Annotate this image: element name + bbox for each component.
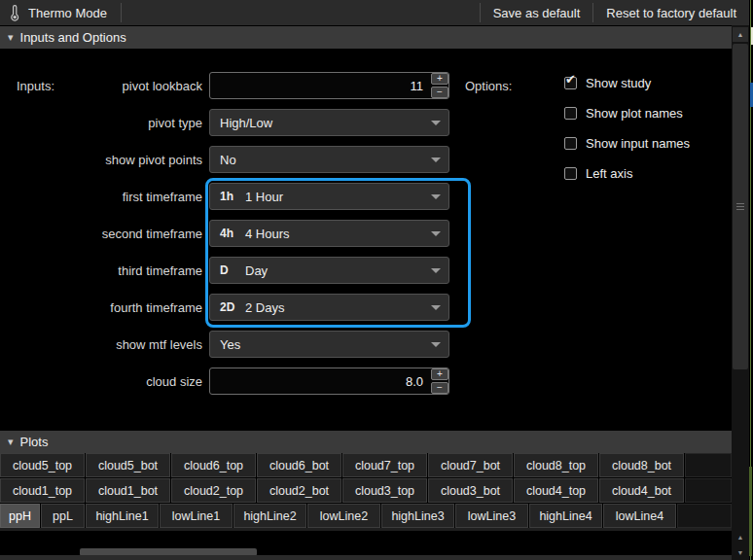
inputs-panel: Inputs: pivot lookback 11 + − pivot type… <box>0 49 732 431</box>
chevron-down-icon <box>431 342 441 347</box>
inputs-and-options-section-header[interactable]: ▾ Inputs and Options <box>0 26 732 49</box>
tab-highLine4[interactable]: highLine4 <box>529 504 602 528</box>
vertical-scrollbar-thumb[interactable] <box>733 44 748 369</box>
decrement-button[interactable]: − <box>431 87 448 98</box>
tab-ppL[interactable]: ppL <box>41 504 85 528</box>
tab-cloud8_bot[interactable]: cloud8_bot <box>599 453 684 477</box>
tab-lowLine2[interactable]: lowLine2 <box>307 504 380 528</box>
form-row: cloud size 8.0 + − <box>0 368 732 395</box>
plot-tab-row: cloud1_top cloud1_bot cloud2_top cloud2_… <box>0 478 732 503</box>
tab-lowLine1[interactable]: lowLine1 <box>160 504 233 528</box>
tab-highLine2[interactable]: highLine2 <box>233 504 306 528</box>
form-row: second timeframe 4h 4 Hours <box>0 220 732 247</box>
first-timeframe-dropdown[interactable]: 1h 1 Hour <box>209 183 449 210</box>
clipped-tab-row <box>0 528 732 531</box>
tab-cloud4_bot[interactable]: cloud4_bot <box>599 478 684 503</box>
section-title: Inputs and Options <box>20 30 126 45</box>
chevron-down-icon <box>431 194 441 199</box>
titlebar-divider <box>121 3 122 22</box>
chevron-down-icon: ▾ <box>8 32 14 43</box>
dropdown-value: No <box>220 153 236 167</box>
tab-cloud3_top[interactable]: cloud3_top <box>342 478 427 503</box>
title-bar: Thermo Mode Save as default Reset to fac… <box>0 0 749 25</box>
dropdown-value: 1 Hour <box>245 190 283 204</box>
scroll-up-button[interactable]: ▲ <box>733 27 748 42</box>
fourth-timeframe-label: fourth timeframe <box>0 300 209 315</box>
scroll-down-button[interactable]: ▼ <box>733 545 748 559</box>
plot-tab-row: cloud5_top cloud5_bot cloud6_top cloud6_… <box>0 453 732 477</box>
dropdown-value: Day <box>245 263 268 278</box>
tab-cloud1_bot[interactable]: cloud1_bot <box>86 478 170 503</box>
section-title: Plots <box>20 435 49 449</box>
tab-lowLine4[interactable]: lowLine4 <box>603 504 676 528</box>
study-settings-dialog: Thermo Mode Save as default Reset to fac… <box>0 0 753 560</box>
second-timeframe-dropdown[interactable]: 4h 4 Hours <box>209 220 449 247</box>
first-timeframe-label: first timeframe <box>0 190 209 204</box>
show-mtf-levels-label: show mtf levels <box>0 337 209 352</box>
save-as-default-button[interactable]: Save as default <box>481 0 593 25</box>
chevron-down-icon <box>431 231 441 236</box>
increment-button[interactable]: + <box>431 368 448 380</box>
increment-button[interactable]: + <box>431 73 448 85</box>
pivot-type-dropdown[interactable]: High/Low <box>209 109 449 136</box>
tab-cloud5_top[interactable]: cloud5_top <box>0 453 85 477</box>
tab-highLine1[interactable]: highLine1 <box>86 504 159 528</box>
chevron-down-icon <box>431 268 441 273</box>
pivot-lookback-label: pivot lookback <box>0 79 209 93</box>
show-pivot-points-dropdown[interactable]: No <box>209 146 449 173</box>
form-row: show pivot points No <box>0 146 732 173</box>
vertical-scrollbar[interactable]: ▲ ▲ ▼ <box>732 25 749 560</box>
tab-row-filler <box>685 478 732 503</box>
dropdown-value: 4 Hours <box>245 227 290 241</box>
tab-row-filler <box>685 453 732 477</box>
thermometer-icon <box>9 5 20 21</box>
dropdown-value: 2 Days <box>245 300 284 315</box>
pivot-type-label: pivot type <box>0 116 209 130</box>
chevron-down-icon: ▾ <box>8 437 14 447</box>
show-mtf-levels-dropdown[interactable]: Yes <box>209 331 449 358</box>
fourth-timeframe-dropdown[interactable]: 2D 2 Days <box>209 294 449 321</box>
bottom-edge-strip <box>0 555 732 560</box>
window-edge-strip <box>749 0 753 560</box>
dropdown-value: Yes <box>220 337 240 352</box>
plot-tab-row: ppH ppL highLine1 lowLine1 highLine2 low… <box>0 504 732 528</box>
pivot-lookback-input[interactable]: 11 <box>209 72 449 99</box>
decrement-button[interactable]: − <box>431 382 448 394</box>
form-row: pivot type High/Low <box>0 109 732 136</box>
cloud-size-input[interactable]: 8.0 <box>209 368 449 395</box>
tab-cloud6_bot[interactable]: cloud6_bot <box>257 453 341 477</box>
timeframe-badge: D <box>220 263 245 277</box>
scrollbar-grip-icon <box>736 203 744 212</box>
tab-cloud2_top[interactable]: cloud2_top <box>171 478 256 503</box>
tab-row-filler <box>677 504 732 528</box>
tab-highLine3[interactable]: highLine3 <box>381 504 454 528</box>
tab-cloud3_bot[interactable]: cloud3_bot <box>428 478 513 503</box>
chevron-down-icon <box>431 121 441 125</box>
scroll-up-button[interactable]: ▲ <box>733 530 748 543</box>
timeframe-badge: 1h <box>220 190 245 203</box>
third-timeframe-dropdown[interactable]: D Day <box>209 257 449 284</box>
tab-cloud4_top[interactable]: cloud4_top <box>514 478 598 503</box>
tab-ppH[interactable]: ppH <box>0 504 40 528</box>
form-row: fourth timeframe 2D 2 Days <box>0 294 732 321</box>
form-row: third timeframe D Day <box>0 257 732 284</box>
chevron-down-icon <box>431 158 441 162</box>
tab-lowLine3[interactable]: lowLine3 <box>455 504 528 528</box>
chevron-down-icon <box>431 305 441 310</box>
form-row: show mtf levels Yes <box>0 331 732 358</box>
tab-cloud6_top[interactable]: cloud6_top <box>171 453 256 477</box>
dropdown-value: High/Low <box>220 116 272 130</box>
third-timeframe-label: third timeframe <box>0 263 209 278</box>
reset-to-factory-default-button[interactable]: Reset to factory default <box>593 0 749 25</box>
plots-section-header[interactable]: ▾ Plots <box>0 431 732 453</box>
cloud-size-label: cloud size <box>0 374 209 389</box>
form-row: pivot lookback 11 + − <box>0 72 732 99</box>
timeframe-badge: 4h <box>220 227 245 240</box>
tab-cloud8_top[interactable]: cloud8_top <box>514 453 598 477</box>
tab-cloud5_bot[interactable]: cloud5_bot <box>86 453 170 477</box>
tab-cloud7_bot[interactable]: cloud7_bot <box>428 453 513 477</box>
timeframe-badge: 2D <box>220 300 245 314</box>
tab-cloud7_top[interactable]: cloud7_top <box>342 453 427 477</box>
tab-cloud1_top[interactable]: cloud1_top <box>0 478 85 503</box>
tab-cloud2_bot[interactable]: cloud2_bot <box>257 478 341 503</box>
